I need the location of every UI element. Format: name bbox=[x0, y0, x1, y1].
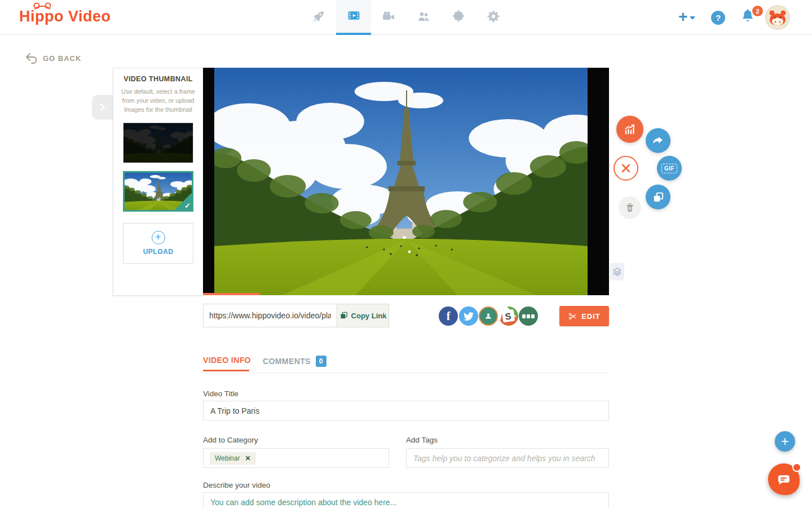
description-label: Describe your video bbox=[203, 481, 270, 489]
check-icon: ✓ bbox=[184, 202, 191, 210]
tab-comments[interactable]: COMMENTS 0 bbox=[263, 356, 326, 367]
chat-bubble-icon bbox=[776, 472, 791, 487]
video-frame-eiffel-tower bbox=[214, 68, 588, 295]
facebook-icon: f bbox=[447, 310, 451, 323]
question-icon: ? bbox=[716, 13, 721, 23]
settings-icon bbox=[487, 10, 500, 25]
plus-icon: + bbox=[678, 8, 687, 25]
contacts-icon bbox=[417, 10, 430, 25]
rocket-icon bbox=[312, 10, 325, 25]
chevron-right-icon bbox=[99, 103, 107, 111]
create-gif-button[interactable]: GIF bbox=[657, 156, 682, 181]
copy-link-button[interactable]: Copy Link bbox=[337, 304, 389, 327]
description-textarea[interactable]: You can add some description about the v… bbox=[203, 492, 609, 508]
edit-label: EDIT bbox=[581, 312, 601, 321]
scissors-icon bbox=[568, 312, 577, 321]
category-chip: Webinar ✕ bbox=[210, 452, 256, 465]
category-input[interactable]: Webinar ✕ bbox=[203, 448, 389, 468]
twitter-share-button[interactable] bbox=[459, 306, 478, 326]
playback-progress-bar[interactable] bbox=[203, 293, 260, 295]
comments-tab-label: COMMENTS bbox=[263, 357, 311, 366]
active-tab-underline bbox=[203, 370, 249, 371]
go-back-button[interactable]: GO BACK bbox=[25, 52, 81, 64]
comments-count-badge: 0 bbox=[316, 356, 326, 367]
copy-icon bbox=[339, 311, 348, 320]
notification-count-badge: 2 bbox=[752, 6, 763, 16]
floating-add-button[interactable]: + bbox=[775, 431, 795, 452]
thumbnail-panel-title: VIDEO THUMBNAIL bbox=[113, 75, 203, 83]
upload-plus-icon: + bbox=[152, 231, 165, 244]
record-camera-icon bbox=[382, 10, 395, 25]
duplicate-icon bbox=[652, 191, 665, 204]
video-player[interactable] bbox=[203, 68, 609, 295]
notifications-button[interactable]: 2 bbox=[740, 8, 760, 28]
main-nav bbox=[301, 0, 511, 35]
thumbnail-panel-description: Use default, select a frame from your vi… bbox=[118, 87, 198, 115]
upload-thumbnail-button[interactable]: + UPLOAD bbox=[123, 223, 193, 264]
nav-tab-video-library[interactable] bbox=[336, 0, 371, 35]
hippo-avatar-icon bbox=[766, 6, 789, 29]
delete-close-button[interactable] bbox=[614, 156, 638, 181]
collapse-panel-button[interactable] bbox=[92, 95, 113, 120]
layers-button[interactable] bbox=[610, 263, 624, 281]
analytics-button[interactable] bbox=[616, 116, 643, 143]
dark-frame-overlay bbox=[123, 123, 193, 163]
go-back-label: GO BACK bbox=[43, 54, 81, 63]
close-icon bbox=[621, 163, 631, 173]
back-arrow-icon bbox=[25, 52, 38, 64]
upload-label: UPLOAD bbox=[143, 248, 174, 256]
chevron-down-icon bbox=[690, 16, 695, 20]
thumbnail-option-selected[interactable]: ✓ bbox=[123, 171, 193, 212]
nav-tab-launch[interactable] bbox=[301, 0, 336, 35]
video-title-label: Video Title bbox=[203, 389, 239, 398]
integrations-icon bbox=[452, 10, 465, 25]
share-arrow-icon bbox=[651, 134, 665, 147]
tab-video-info[interactable]: VIDEO INFO bbox=[203, 356, 251, 365]
google-classroom-share-button[interactable] bbox=[479, 306, 498, 326]
social-share-row: f S bbox=[439, 306, 538, 326]
thumbnail-option-default[interactable] bbox=[123, 122, 193, 163]
trash-button[interactable] bbox=[619, 196, 641, 219]
help-button[interactable]: ? bbox=[711, 11, 725, 25]
top-navbar: Hippo Video bbox=[0, 0, 812, 35]
video-library-icon bbox=[347, 8, 361, 25]
plus-icon: + bbox=[781, 433, 789, 449]
remove-category-icon[interactable]: ✕ bbox=[245, 454, 250, 462]
more-share-button[interactable] bbox=[519, 306, 538, 326]
trash-icon bbox=[624, 202, 636, 213]
gif-icon: GIF bbox=[661, 164, 677, 173]
tags-label: Add Tags bbox=[406, 436, 438, 444]
nav-tab-contacts[interactable] bbox=[406, 0, 441, 35]
google-classroom-icon bbox=[483, 311, 493, 321]
selected-check-corner: ✓ bbox=[175, 193, 192, 210]
copy-link-label: Copy Link bbox=[351, 312, 387, 320]
video-title-input[interactable] bbox=[203, 401, 609, 421]
video-url-input[interactable] bbox=[203, 304, 337, 327]
add-new-button[interactable]: + bbox=[678, 8, 695, 25]
category-chip-label: Webinar bbox=[215, 454, 240, 462]
tabs-divider bbox=[203, 373, 609, 373]
layers-icon bbox=[612, 267, 622, 277]
analytics-icon bbox=[623, 122, 637, 136]
duplicate-button[interactable] bbox=[646, 185, 670, 209]
share-button[interactable] bbox=[646, 128, 670, 153]
user-avatar[interactable] bbox=[765, 5, 790, 30]
nav-tab-integrations[interactable] bbox=[441, 0, 476, 35]
s-logo-icon: S bbox=[499, 306, 518, 326]
twitter-icon bbox=[464, 311, 474, 321]
edit-video-button[interactable]: EDIT bbox=[559, 306, 609, 326]
brand-logo[interactable]: Hippo Video bbox=[19, 9, 111, 24]
tags-input[interactable] bbox=[406, 448, 609, 468]
nav-tab-record[interactable] bbox=[371, 0, 406, 35]
video-thumbnail-panel: VIDEO THUMBNAIL Use default, select a fr… bbox=[113, 68, 204, 296]
category-label: Add to Category bbox=[203, 436, 258, 444]
facebook-share-button[interactable]: f bbox=[439, 306, 458, 326]
s-logo-share-button[interactable]: S bbox=[499, 306, 518, 326]
more-share-icon bbox=[522, 314, 526, 318]
chat-notification-dot bbox=[792, 463, 801, 472]
nav-tab-settings[interactable] bbox=[476, 0, 511, 35]
